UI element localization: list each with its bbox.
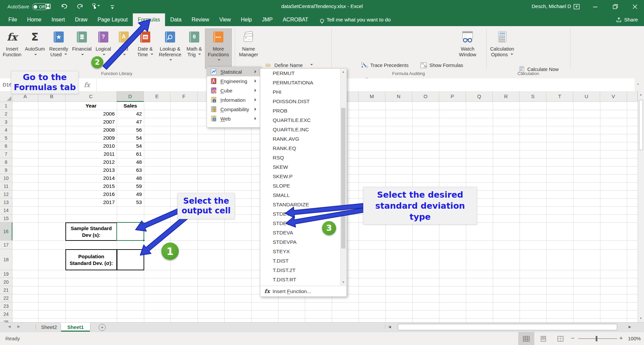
fill-handle[interactable]: [143, 239, 145, 242]
sheet-nav-left-icon[interactable]: ◀: [8, 325, 11, 328]
sheet-tab-sheet2[interactable]: Sheet2: [38, 323, 60, 332]
minimize-icon[interactable]: [591, 2, 600, 11]
menu-item-information[interactable]: iInformation: [207, 95, 261, 105]
row-header-19[interactable]: 19: [0, 270, 12, 278]
hscroll-right-icon[interactable]: ▶: [629, 325, 631, 329]
function-item-rank.eq[interactable]: RANK.EQ: [260, 144, 346, 153]
row-header-22[interactable]: 22: [0, 294, 12, 302]
autosum-button[interactable]: ΣAutoSum: [23, 29, 46, 68]
row-header-15[interactable]: 15: [0, 214, 12, 222]
sheet-tab-sheet1[interactable]: Sheet1: [61, 323, 90, 332]
zoom-in-icon[interactable]: +: [619, 335, 623, 342]
insert-function-fx-icon[interactable]: fx: [77, 78, 97, 91]
date-time-button[interactable]: Date &Time: [134, 29, 156, 68]
column-header-O[interactable]: O: [412, 91, 439, 102]
function-item-permutationa[interactable]: PERMUTATIONA: [260, 78, 346, 87]
close-icon[interactable]: [631, 2, 639, 11]
row-header-8[interactable]: 8: [0, 158, 12, 166]
column-header-M[interactable]: M: [359, 91, 385, 102]
row-header-9[interactable]: 9: [0, 166, 12, 174]
normal-view-icon[interactable]: [518, 332, 534, 345]
ribbon-tab-data[interactable]: Data: [165, 13, 186, 26]
row-header-6[interactable]: 6: [0, 142, 12, 150]
row-header-25[interactable]: 25: [0, 318, 12, 322]
restore-icon[interactable]: [611, 2, 620, 11]
sheet-nav-right-icon[interactable]: ▶: [17, 325, 20, 328]
row-header-20[interactable]: 20: [0, 278, 12, 286]
row-header-23[interactable]: 23: [0, 302, 12, 310]
menu-item-compatibility[interactable]: !Compatibility: [207, 105, 261, 114]
function-item-t.dist.rt[interactable]: T.DIST.RT: [260, 275, 346, 284]
row-header-12[interactable]: 12: [0, 190, 12, 198]
ribbon-tab-jmp[interactable]: JMP: [257, 13, 278, 26]
recently-used-button[interactable]: ★RecentlyUsed: [47, 29, 70, 68]
ribbon-tab-formulas[interactable]: Formulas: [133, 13, 165, 26]
zoom-slider-thumb[interactable]: [596, 336, 597, 341]
ribbon-tab-page-layout[interactable]: Page Layout: [93, 13, 133, 26]
share-button[interactable]: Share: [616, 13, 638, 26]
show-formulas-button[interactable]: 15fxShow Formulas: [420, 61, 463, 70]
ribbon-tab-acrobat[interactable]: ACROBAT: [278, 13, 313, 26]
function-item-steyx[interactable]: STEYX: [260, 247, 346, 256]
new-sheet-icon[interactable]: +: [99, 324, 106, 331]
page-break-view-icon[interactable]: [552, 332, 569, 345]
ribbon-display-options-icon[interactable]: [572, 2, 581, 11]
row-header-2[interactable]: 2: [0, 110, 12, 118]
column-header-V[interactable]: V: [600, 91, 627, 102]
ribbon-tab-draw[interactable]: Draw: [70, 13, 92, 26]
column-header-P[interactable]: P: [439, 91, 466, 102]
function-item-quartile.exc[interactable]: QUARTILE.EXC: [260, 116, 346, 125]
ribbon-tab-help[interactable]: Help: [236, 13, 257, 26]
scroll-down-icon[interactable]: ▼: [638, 316, 644, 322]
insert-function-button[interactable]: fxInsertFunction: [1, 29, 23, 68]
row-header-18[interactable]: 18: [0, 249, 12, 270]
column-header-S[interactable]: S: [520, 91, 546, 102]
row-header-3[interactable]: 3: [0, 118, 12, 126]
financial-button[interactable]: Financial: [71, 29, 93, 68]
row-header-1[interactable]: 1: [0, 102, 12, 110]
function-item-small[interactable]: SMALL: [260, 191, 346, 200]
function-item-permut[interactable]: PERMUT: [260, 69, 346, 78]
ribbon-tab-view[interactable]: View: [214, 13, 236, 26]
column-header-U[interactable]: U: [573, 91, 600, 102]
formula-bar-expand-icon[interactable]: ⌄: [636, 80, 640, 86]
menu-item-cube[interactable]: Cube: [207, 86, 261, 95]
zoom-level[interactable]: 100%: [628, 336, 641, 341]
function-item-t.dist[interactable]: T.DIST: [260, 256, 346, 266]
row-header-21[interactable]: 21: [0, 286, 12, 294]
row-header-13[interactable]: 13: [0, 198, 12, 206]
more-functions-button[interactable]: •••MoreFunctions: [205, 29, 231, 68]
ribbon-tab-home[interactable]: Home: [22, 13, 47, 26]
lookup-reference-button[interactable]: Lookup &Reference: [157, 29, 183, 68]
population-output-cell[interactable]: [117, 249, 144, 270]
function-item-skew[interactable]: SKEW: [260, 162, 346, 172]
selected-cell-D16[interactable]: [116, 222, 144, 241]
vertical-scrollbar[interactable]: ▲ ▼: [638, 91, 644, 322]
text-button[interactable]: AText: [114, 29, 133, 68]
row-header-11[interactable]: 11: [0, 182, 12, 190]
row-header-14[interactable]: 14: [0, 206, 12, 214]
ribbon-tab-insert[interactable]: Insert: [46, 13, 70, 26]
column-header-E[interactable]: E: [144, 91, 170, 102]
hscroll-left-icon[interactable]: ◀: [388, 325, 391, 329]
scroll-up-icon[interactable]: ▲: [638, 92, 644, 98]
row-header-24[interactable]: 24: [0, 310, 12, 318]
function-item-slope[interactable]: SLOPE: [260, 181, 346, 191]
function-item-rsq[interactable]: RSQ: [260, 153, 346, 162]
column-header-Q[interactable]: Q: [466, 91, 493, 102]
submenu-scroll-thumb[interactable]: [341, 108, 345, 249]
menu-item-statistical[interactable]: Statistical: [207, 67, 261, 76]
vertical-scroll-thumb[interactable]: [639, 100, 643, 150]
function-item-phi[interactable]: PHI: [260, 87, 346, 97]
function-item-t.dist.2t[interactable]: T.DIST.2T: [260, 266, 346, 275]
submenu-scrollbar[interactable]: ▲▼: [340, 69, 346, 285]
column-header-N[interactable]: N: [385, 91, 412, 102]
submenu-scroll-down-icon[interactable]: ▼: [340, 279, 346, 285]
submenu-scroll-up-icon[interactable]: ▲: [340, 69, 346, 75]
function-item-quartile.inc[interactable]: QUARTILE.INC: [260, 125, 346, 134]
row-header-4[interactable]: 4: [0, 126, 12, 134]
column-header-D[interactable]: D: [117, 91, 144, 102]
tell-me-box[interactable]: Tell me what you want to do: [320, 13, 391, 26]
row-header-17[interactable]: 17: [0, 240, 12, 249]
horizontal-scroll-thumb[interactable]: [398, 324, 617, 330]
